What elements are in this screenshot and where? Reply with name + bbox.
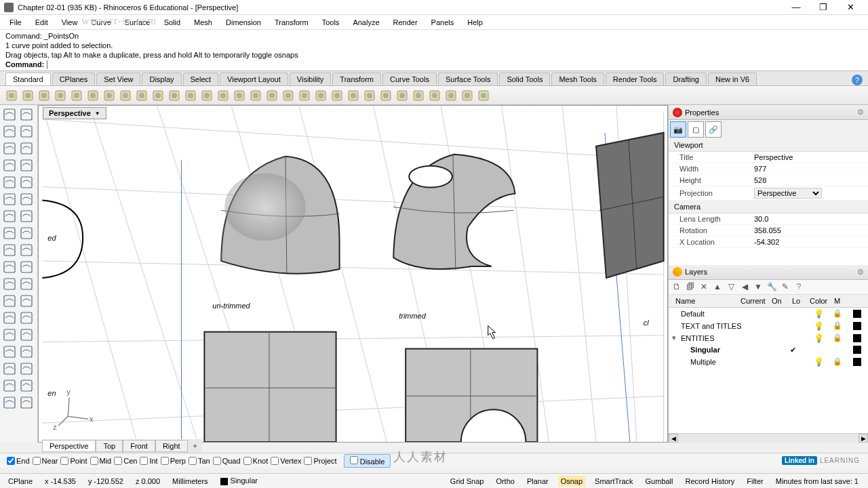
vtab-right[interactable]: Right — [155, 440, 188, 452]
tool-30[interactable] — [1, 361, 18, 377]
osnap-disable-button[interactable]: Disable — [344, 454, 391, 468]
osnap-int[interactable]: Int — [140, 457, 157, 465]
copy-icon[interactable] — [102, 88, 117, 103]
pan-icon[interactable] — [216, 88, 231, 103]
move-up-icon[interactable]: ▲ — [712, 281, 723, 292]
close-button[interactable]: ✕ — [837, 0, 864, 15]
print-icon[interactable] — [53, 88, 68, 103]
redo-icon[interactable] — [134, 88, 149, 103]
tool-28[interactable] — [1, 344, 18, 360]
tab-material-props[interactable]: ▢ — [688, 121, 704, 138]
tool-29[interactable] — [18, 344, 35, 360]
osnap-tan[interactable]: Tan — [189, 457, 210, 465]
tab-render-tools[interactable]: Render Tools — [606, 73, 665, 85]
tool-8[interactable] — [1, 174, 18, 190]
osnap-project[interactable]: Project — [304, 457, 336, 465]
layers-header[interactable]: Layers ⚙ — [669, 265, 868, 280]
status-gumball[interactable]: Gumball — [643, 476, 676, 487]
tool-4[interactable] — [1, 140, 18, 157]
tool-27[interactable] — [18, 327, 35, 343]
tool-14[interactable] — [1, 225, 18, 241]
filter-icon[interactable]: ▼ — [753, 281, 764, 292]
status-planar[interactable]: Planar — [524, 476, 551, 487]
tool-9[interactable] — [18, 174, 35, 190]
tool-20[interactable] — [1, 276, 18, 292]
menu-render[interactable]: Render — [388, 17, 423, 28]
tool-26[interactable] — [1, 327, 18, 343]
tool-23[interactable] — [18, 293, 35, 309]
mat1-icon[interactable] — [330, 88, 344, 103]
menu-dimension[interactable]: Dimension — [220, 17, 267, 28]
open-icon[interactable] — [20, 88, 35, 103]
layer-scrollbar[interactable]: ◀▶ — [669, 433, 868, 443]
osnap-perp[interactable]: Perp — [161, 457, 186, 465]
viewport-label[interactable]: Perspective ▼ — [43, 107, 106, 119]
tool-icon[interactable]: 🔧 — [766, 281, 777, 292]
mat5-icon[interactable] — [395, 88, 410, 103]
prev-icon[interactable]: ◀ — [739, 281, 750, 292]
minimize-button[interactable]: — — [783, 0, 810, 15]
tab-surface-tools[interactable]: Surface Tools — [438, 73, 498, 85]
menu-solid[interactable]: Solid — [159, 17, 186, 28]
help-icon[interactable]: ? — [793, 281, 804, 292]
status-grid-snap[interactable]: Grid Snap — [448, 476, 487, 487]
rot-icon[interactable] — [232, 88, 247, 103]
osnap-mid[interactable]: Mid — [90, 457, 112, 465]
osnap-cen[interactable]: Cen — [114, 457, 137, 465]
vtab-front[interactable]: Front — [123, 440, 155, 452]
maximize-button[interactable]: ❐ — [810, 0, 837, 15]
mat4-icon[interactable] — [378, 88, 393, 103]
tool-32[interactable] — [1, 378, 18, 394]
tool-10[interactable] — [1, 191, 18, 207]
render-icon[interactable] — [313, 88, 328, 103]
tool-17[interactable] — [18, 242, 35, 258]
mat2-icon[interactable] — [346, 88, 361, 103]
tool-25[interactable] — [18, 310, 35, 326]
mat3-icon[interactable] — [362, 88, 377, 103]
perspective-viewport[interactable]: Perspective ▼ ed — [38, 105, 668, 443]
tool-6[interactable] — [1, 157, 18, 174]
tool-19[interactable] — [18, 259, 35, 275]
new-layer-icon[interactable]: 🗋 — [671, 281, 682, 292]
gear-icon[interactable]: ⚙ — [857, 108, 864, 117]
help-icon[interactable]: ? — [852, 75, 863, 85]
status-minutes-from-last-save--1[interactable]: Minutes from last save: 1 — [773, 476, 861, 487]
tool-2[interactable] — [1, 123, 18, 140]
tool-31[interactable] — [18, 361, 35, 377]
zoome-icon[interactable] — [199, 88, 214, 103]
tool-16[interactable] — [1, 242, 18, 258]
tool-3[interactable] — [18, 123, 35, 140]
delete-layer-icon[interactable]: ✕ — [698, 281, 709, 292]
tool-35[interactable] — [18, 394, 35, 411]
osnap-knot[interactable]: Knot — [243, 457, 269, 465]
tool-18[interactable] — [1, 259, 18, 275]
link-icon[interactable] — [443, 88, 458, 103]
menu-file[interactable]: File — [4, 17, 27, 28]
layer-icon[interactable] — [297, 88, 312, 103]
tab-display[interactable]: Display — [142, 73, 181, 85]
edit-icon[interactable]: ✎ — [780, 281, 791, 292]
menu-panels[interactable]: Panels — [426, 17, 460, 28]
tab-new-in-v6[interactable]: New in V6 — [708, 73, 757, 85]
tab-mesh-tools[interactable]: Mesh Tools — [551, 73, 604, 85]
shade-icon[interactable] — [264, 88, 279, 103]
layer-row[interactable]: Default💡🔒 — [669, 308, 868, 320]
new-sublayer-icon[interactable]: 🗐 — [685, 281, 696, 292]
tab-object-props[interactable]: 🔗 — [705, 121, 722, 138]
cplane-icon[interactable] — [281, 88, 296, 103]
opts-icon[interactable] — [427, 88, 442, 103]
viewport-canvas[interactable]: ed un-trimmed trimmed — [39, 106, 667, 442]
tool-11[interactable] — [18, 191, 35, 207]
status-record-history[interactable]: Record History — [683, 476, 738, 487]
menu-transform[interactable]: Transform — [269, 17, 314, 28]
tab-cplanes[interactable]: CPlanes — [52, 73, 96, 85]
vtab-perspective[interactable]: Perspective — [42, 440, 96, 452]
status-smarttrack[interactable]: SmartTrack — [592, 476, 635, 487]
new-icon[interactable] — [4, 88, 19, 103]
tab-viewport-layout[interactable]: Viewport Layout — [220, 73, 288, 85]
tab-solid-tools[interactable]: Solid Tools — [499, 73, 550, 85]
tool-24[interactable] — [1, 310, 18, 326]
menu-tools[interactable]: Tools — [317, 17, 345, 28]
globe-icon[interactable] — [460, 88, 475, 103]
osnap-quad[interactable]: Quad — [213, 457, 241, 465]
